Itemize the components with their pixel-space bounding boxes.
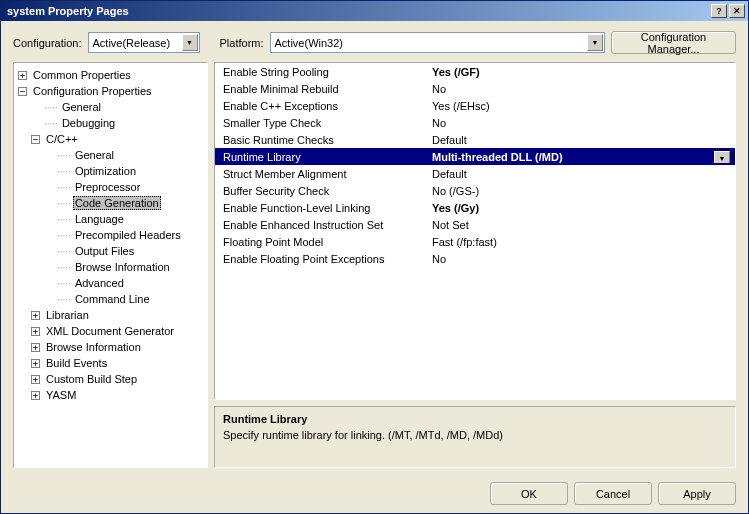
plus-icon[interactable]: + [31, 391, 40, 400]
property-value: No [428, 83, 735, 95]
plus-icon[interactable]: + [31, 311, 40, 320]
tree-item-browse-info[interactable]: +Browse Information [29, 339, 205, 355]
property-name: Basic Runtime Checks [215, 134, 428, 146]
property-name: Buffer Security Check [215, 185, 428, 197]
property-name: Enable Minimal Rebuild [215, 83, 428, 95]
property-value: No [428, 253, 735, 265]
property-row[interactable]: Runtime LibraryMulti-threaded DLL (/MD)▼ [215, 148, 735, 165]
tree-item-command-line[interactable]: ·····Command Line [42, 291, 205, 307]
property-row[interactable]: Enable String PoolingYes (/GF) [215, 63, 735, 80]
tree-item-cpp[interactable]: −C/C++ [29, 131, 205, 147]
property-name: Enable Floating Point Exceptions [215, 253, 428, 265]
configuration-value: Active(Release) [93, 37, 171, 49]
tree-item-debugging[interactable]: ·····Debugging [29, 115, 205, 131]
property-value: Not Set [428, 219, 735, 231]
description-text: Specify runtime library for linking. (/M… [223, 429, 727, 441]
property-row[interactable]: Basic Runtime ChecksDefault [215, 131, 735, 148]
property-row[interactable]: Enable Function-Level LinkingYes (/Gy) [215, 199, 735, 216]
property-row[interactable]: Enable C++ ExceptionsYes (/EHsc) [215, 97, 735, 114]
tree-item-output-files[interactable]: ·····Output Files [42, 243, 205, 259]
property-row[interactable]: Enable Enhanced Instruction SetNot Set [215, 216, 735, 233]
chevron-down-icon[interactable]: ▼ [587, 34, 603, 51]
tree-item-optimization[interactable]: ·····Optimization [42, 163, 205, 179]
right-column: Enable String PoolingYes (/GF)Enable Min… [214, 62, 736, 468]
property-value: Yes (/EHsc) [428, 100, 735, 112]
property-row[interactable]: Floating Point ModelFast (/fp:fast) [215, 233, 735, 250]
property-value: Multi-threaded DLL (/MD)▼ [428, 151, 735, 163]
tree-item-configprops[interactable]: −Configuration Properties [16, 83, 205, 99]
minus-icon[interactable]: − [31, 135, 40, 144]
platform-dropdown[interactable]: Active(Win32) ▼ [270, 32, 605, 53]
titlebar: system Property Pages ? ✕ [1, 1, 748, 21]
plus-icon[interactable]: + [31, 359, 40, 368]
property-name: Runtime Library [215, 151, 428, 163]
property-name: Enable Enhanced Instruction Set [215, 219, 428, 231]
tree-item-code-generation[interactable]: ·····Code Generation [42, 195, 205, 211]
plus-icon[interactable]: + [31, 375, 40, 384]
property-value: Yes (/GF) [428, 66, 735, 78]
property-value: Default [428, 168, 735, 180]
property-value: No (/GS-) [428, 185, 735, 197]
property-name: Enable C++ Exceptions [215, 100, 428, 112]
property-name: Enable String Pooling [215, 66, 428, 78]
tree-item-general[interactable]: ·····General [29, 99, 205, 115]
tree-item-advanced[interactable]: ·····Advanced [42, 275, 205, 291]
property-row[interactable]: Struct Member AlignmentDefault [215, 165, 735, 182]
property-grid[interactable]: Enable String PoolingYes (/GF)Enable Min… [214, 62, 736, 400]
chevron-down-icon[interactable]: ▼ [714, 151, 730, 163]
description-title: Runtime Library [223, 413, 727, 425]
minus-icon[interactable]: − [18, 87, 27, 96]
main-panels: +Common Properties −Configuration Proper… [13, 62, 736, 468]
property-row[interactable]: Buffer Security CheckNo (/GS-) [215, 182, 735, 199]
tree-item-common[interactable]: +Common Properties [16, 67, 205, 83]
tree-item-yasm[interactable]: +YASM [29, 387, 205, 403]
tree-item-librarian[interactable]: +Librarian [29, 307, 205, 323]
tree-item-custom-build[interactable]: +Custom Build Step [29, 371, 205, 387]
platform-value: Active(Win32) [275, 37, 343, 49]
tree-item-language[interactable]: ·····Language [42, 211, 205, 227]
property-row[interactable]: Enable Floating Point ExceptionsNo [215, 250, 735, 267]
configuration-label: Configuration: [13, 37, 82, 49]
description-panel: Runtime Library Specify runtime library … [214, 406, 736, 468]
close-button[interactable]: ✕ [729, 4, 745, 18]
plus-icon[interactable]: + [31, 343, 40, 352]
property-value: No [428, 117, 735, 129]
tree-item-pch[interactable]: ·····Precompiled Headers [42, 227, 205, 243]
apply-button[interactable]: Apply [658, 482, 736, 505]
property-name: Struct Member Alignment [215, 168, 428, 180]
tree-item-preprocessor[interactable]: ·····Preprocessor [42, 179, 205, 195]
property-value: Fast (/fp:fast) [428, 236, 735, 248]
tree-view[interactable]: +Common Properties −Configuration Proper… [13, 62, 208, 468]
property-name: Floating Point Model [215, 236, 428, 248]
property-row[interactable]: Smaller Type CheckNo [215, 114, 735, 131]
property-value: Yes (/Gy) [428, 202, 735, 214]
plus-icon[interactable]: + [18, 71, 27, 80]
platform-label: Platform: [220, 37, 264, 49]
property-name: Enable Function-Level Linking [215, 202, 428, 214]
content-area: Configuration: Active(Release) ▼ Platfor… [1, 21, 748, 513]
property-row[interactable]: Enable Minimal RebuildNo [215, 80, 735, 97]
configuration-dropdown[interactable]: Active(Release) ▼ [88, 32, 200, 53]
config-row: Configuration: Active(Release) ▼ Platfor… [13, 31, 736, 54]
property-name: Smaller Type Check [215, 117, 428, 129]
help-button[interactable]: ? [711, 4, 727, 18]
button-row: OK Cancel Apply [13, 476, 736, 505]
tree-item-browse-info-cpp[interactable]: ·····Browse Information [42, 259, 205, 275]
ok-button[interactable]: OK [490, 482, 568, 505]
chevron-down-icon[interactable]: ▼ [182, 34, 198, 51]
configuration-manager-button[interactable]: Configuration Manager... [611, 31, 736, 54]
tree-item-xmldoc[interactable]: +XML Document Generator [29, 323, 205, 339]
cancel-button[interactable]: Cancel [574, 482, 652, 505]
property-value: Default [428, 134, 735, 146]
tree-item-cpp-general[interactable]: ·····General [42, 147, 205, 163]
plus-icon[interactable]: + [31, 327, 40, 336]
window-title: system Property Pages [7, 5, 709, 17]
property-pages-window: system Property Pages ? ✕ Configuration:… [0, 0, 749, 514]
tree-item-build-events[interactable]: +Build Events [29, 355, 205, 371]
